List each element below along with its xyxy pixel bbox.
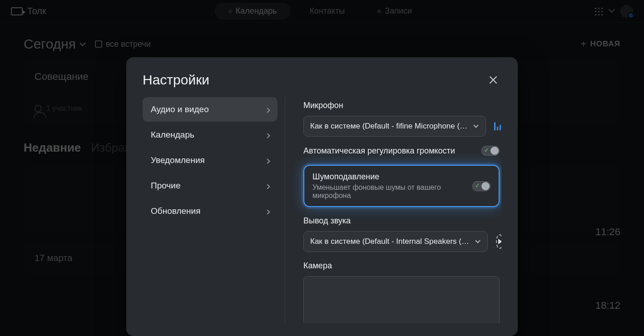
settings-panel: Микрофон Как в системе (Default - fifine… [285,97,501,323]
group-microphone: Микрофон Как в системе (Default - fifine… [303,101,500,137]
modal-title: Настройки [143,72,209,88]
row-agc: Автоматическая регулировка громкости ✓ [303,146,500,156]
group-camera: Камера HD-камера FaceTime (встроенная) (… [303,261,500,323]
toggle-knob [490,147,499,155]
chevron-right-icon [266,130,269,140]
mic-select[interactable]: Как в системе (Default - fifine Micropho… [303,116,486,137]
modal-header: Настройки [143,72,501,97]
mic-label: Микрофон [303,101,500,110]
test-sound-button[interactable] [496,234,501,249]
chevron-right-icon [266,104,269,114]
sidebar-item-calendar[interactable]: Календарь [143,123,277,147]
sidebar-item-notifications[interactable]: Уведомления [143,148,277,173]
output-select-value: Как в системе (Default - Internal Speake… [310,237,469,246]
noise-desc: Уменьшает фоновые шумы от вашего микрофо… [312,183,463,200]
camera-label: Камера [303,261,500,271]
agc-toggle[interactable]: ✓ [481,146,500,156]
sidebar-item-label: Обновления [151,206,200,216]
settings-sidebar: Аудио и видео Календарь Уведомления Проч… [143,97,285,323]
sidebar-item-audio-video[interactable]: Аудио и видео [143,97,277,122]
check-icon: ✓ [474,183,481,189]
close-button[interactable] [485,72,501,88]
sidebar-item-updates[interactable]: Обновления [143,199,277,223]
play-icon [498,239,501,244]
chevron-down-icon [475,238,481,245]
chevron-right-icon [266,206,269,216]
noise-toggle[interactable]: ✓ [472,181,490,191]
output-label: Вывод звука [303,216,500,226]
noise-text: Шумоподавление Уменьшает фоновые шумы от… [312,172,463,200]
output-select[interactable]: Как в системе (Default - Internal Speake… [303,231,488,252]
close-icon [488,74,499,85]
sidebar-item-other[interactable]: Прочие [143,173,277,198]
chevron-right-icon [266,155,269,165]
toggle-knob [481,182,490,190]
group-output: Вывод звука Как в системе (Default - Int… [303,216,500,252]
mic-select-row: Как в системе (Default - fifine Micropho… [303,116,500,137]
check-icon: ✓ [483,147,490,153]
sidebar-item-label: Аудио и видео [151,104,209,114]
noise-label: Шумоподавление [312,172,463,182]
sidebar-item-label: Календарь [151,130,194,140]
settings-modal: Настройки Аудио и видео Календарь Уведом… [126,57,518,336]
camera-select[interactable]: HD-камера FaceTime (встроенная) (05ac:85… [303,276,500,323]
chevron-down-icon [473,123,479,129]
mic-level-icon [494,122,501,130]
chevron-right-icon [266,181,269,191]
modal-body: Аудио и видео Календарь Уведомления Проч… [143,97,501,323]
sidebar-item-label: Уведомления [151,155,205,165]
mic-select-value: Как в системе (Default - fifine Micropho… [310,122,467,131]
agc-label: Автоматическая регулировка громкости [303,146,455,156]
sidebar-item-label: Прочие [151,181,180,191]
output-select-row: Как в системе (Default - Internal Speake… [303,231,500,252]
row-noise-suppression: Шумоподавление Уменьшает фоновые шумы от… [303,165,500,207]
